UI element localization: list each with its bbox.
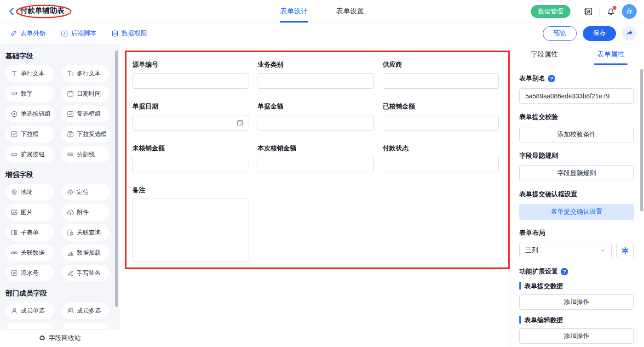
field-text-input[interactable]: [258, 157, 374, 172]
field-text-input[interactable]: [132, 157, 248, 172]
serial-number-icon: [11, 269, 18, 277]
preview-button[interactable]: 预览: [543, 26, 577, 41]
field-type-divider-line[interactable]: 分割线: [62, 146, 109, 163]
field-text-input[interactable]: [258, 73, 374, 89]
field-type-label: 关联数据: [21, 249, 45, 257]
header: 付款单辅助表 表单设计 表单设置 数据管理 存: [0, 0, 644, 23]
layout-settings-button[interactable]: [616, 243, 634, 258]
edit-data-add-button[interactable]: 添加操作: [519, 328, 634, 344]
submit-data-add-button[interactable]: 添加操作: [519, 294, 634, 310]
tab-form-properties[interactable]: 表单属性: [578, 44, 644, 65]
subform-icon: [11, 229, 18, 236]
field-library-sidebar: 基础字段单行文本多行文本123数字日期时间单选按钮组复选框组下拉框下拉复选框扩展…: [0, 44, 120, 347]
user-avatar[interactable]: 存: [622, 4, 637, 19]
field-visibility-button[interactable]: 字段显隐规则: [519, 165, 634, 181]
field-type-subform[interactable]: 子表单: [6, 224, 54, 241]
field-type-checkbox-group[interactable]: 复选框组: [62, 106, 109, 122]
form-design-canvas[interactable]: 源单编号业务类别供应商单据日期单据金额已核销金额未核销金额本次核销金额付款状态备…: [120, 44, 511, 347]
field-type-data-load[interactable]: 数据加载: [62, 245, 109, 261]
share-icon: [626, 29, 633, 37]
form-field: 已核销金额: [383, 102, 499, 131]
form-field: 供应商: [383, 61, 499, 89]
field-type-radio-group[interactable]: 单选按钮组: [6, 106, 54, 122]
field-type-label: 地址: [21, 188, 33, 196]
field-text-input[interactable]: [132, 73, 248, 89]
notification-bell-icon[interactable]: [606, 7, 615, 16]
field-textarea[interactable]: [132, 199, 248, 262]
form-field: 单据金额: [258, 102, 374, 131]
field-type-label: 下拉框: [21, 130, 39, 138]
form-alias-input[interactable]: 5a589aa086ede333b8f21e79: [519, 88, 634, 104]
field-type-label: 日期时间: [77, 90, 101, 98]
field-type-expand-button[interactable]: 扩展按钮: [6, 146, 54, 163]
field-type-serial-number[interactable]: 流水号: [6, 265, 54, 281]
field-recycle-bin[interactable]: ♻︎ 字段回收站: [0, 329, 120, 347]
field-type-image[interactable]: 图片: [6, 204, 54, 221]
field-label: 已核销金额: [383, 102, 499, 111]
sidebar-section-title: 增强字段: [6, 171, 114, 178]
field-label: 业务类别: [258, 61, 374, 69]
field-text-input[interactable]: [383, 73, 499, 89]
tab-field-properties[interactable]: 字段属性: [511, 44, 578, 65]
field-type-dropdown[interactable]: 下拉框: [6, 126, 54, 142]
field-type-multi-line-text[interactable]: 多行文本: [62, 65, 109, 82]
gear-icon: [621, 246, 629, 255]
field-type-location[interactable]: 定位: [62, 184, 109, 200]
save-button[interactable]: 保存: [583, 26, 616, 41]
properties-tabs: 字段属性 表单属性: [511, 44, 644, 65]
submit-confirm-button[interactable]: 表单提交确认设置: [519, 204, 634, 220]
help-icon[interactable]: ?: [548, 75, 555, 82]
field-text-input[interactable]: [258, 115, 374, 131]
back-icon[interactable]: [7, 7, 17, 16]
field-type-datetime[interactable]: 日期时间: [62, 85, 109, 102]
signature-icon: [67, 269, 74, 277]
field-label: 付款状态: [383, 144, 499, 153]
submit-confirm-label: 表单提交确认框设置: [519, 190, 634, 199]
address-book-icon[interactable]: [584, 7, 593, 16]
layout-select[interactable]: 三列: [519, 243, 612, 258]
tab-form-design[interactable]: 表单设计: [280, 0, 308, 23]
field-text-input[interactable]: [383, 157, 499, 172]
toolbar-links: 表单外链 后端脚本 数据权限: [10, 29, 147, 38]
form-field: 单据日期: [132, 102, 248, 131]
add-validation-button[interactable]: 添加校验条件: [519, 127, 634, 142]
help-icon[interactable]: ?: [561, 268, 568, 275]
sidebar-scrollbar[interactable]: [115, 51, 118, 307]
field-type-single-line-text[interactable]: 单行文本: [6, 65, 54, 82]
radio-group-icon: [11, 110, 18, 118]
field-type-relation-query[interactable]: 关联查询: [62, 224, 109, 241]
field-type-number[interactable]: 123数字: [6, 85, 54, 102]
tab-form-settings[interactable]: 表单设置: [336, 0, 364, 23]
permission-icon: [111, 30, 119, 37]
field-text-input[interactable]: [383, 115, 499, 131]
data-permission-link[interactable]: 数据权限: [111, 29, 147, 38]
field-type-label: 复选框组: [77, 110, 101, 118]
field-type-attachment[interactable]: 附件: [62, 204, 109, 221]
field-type-label: 数据加载: [77, 249, 101, 257]
properties-panel: 字段属性 表单属性 表单别名 ? 5a589aa086ede333b8f21e7…: [511, 44, 644, 347]
share-button[interactable]: [622, 26, 637, 41]
location-icon: [67, 188, 74, 196]
divider: [577, 7, 577, 16]
field-label: 备注: [132, 186, 248, 194]
form-alias-label-text: 表单别名: [519, 74, 545, 83]
member-single-icon: [11, 307, 18, 314]
field-type-multi-dropdown[interactable]: 下拉复选框: [62, 126, 109, 142]
single-line-text-icon: [11, 70, 18, 77]
field-type-address[interactable]: 地址: [6, 184, 54, 200]
field-date-input[interactable]: [132, 115, 248, 131]
field-type-label: 多行文本: [77, 69, 101, 78]
backend-script-link[interactable]: 后端脚本: [61, 29, 97, 38]
field-type-member-multi[interactable]: 成员多选: [62, 302, 109, 319]
field-type-signature[interactable]: 手写签名: [62, 265, 109, 281]
page-title[interactable]: 付款单辅助表: [20, 6, 64, 17]
field-label: 单据日期: [132, 102, 248, 111]
form-field: 付款状态: [383, 144, 499, 172]
field-type-label: 手写签名: [77, 269, 101, 277]
field-type-relation-data[interactable]: 关联数据: [6, 245, 54, 261]
form-external-link[interactable]: 表单外链: [10, 29, 46, 38]
data-manage-button[interactable]: 数据管理: [531, 5, 570, 18]
field-type-grid: 地址定位图片附件子表单关联查询关联数据数据加载流水号手写签名: [6, 184, 114, 281]
window-scrollbar[interactable]: [640, 69, 643, 211]
field-type-member-single[interactable]: 成员单选: [6, 302, 54, 319]
